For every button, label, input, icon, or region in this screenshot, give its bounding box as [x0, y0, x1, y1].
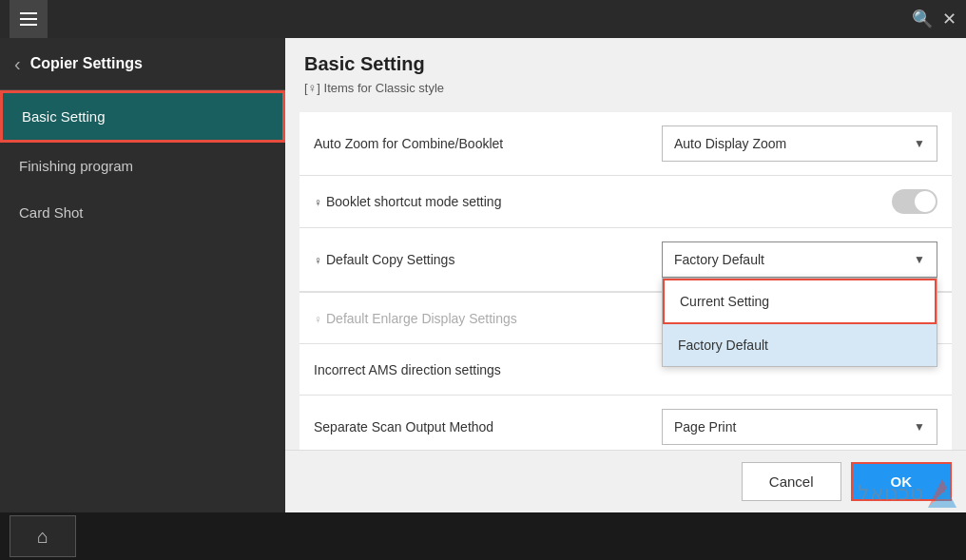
booklet-prefix: ♀ — [314, 196, 322, 209]
back-button[interactable]: ‹ — [14, 53, 21, 75]
separate-scan-dropdown[interactable]: Page Print ▼ — [662, 409, 937, 445]
separate-scan-label: Separate Scan Output Method — [314, 419, 493, 434]
top-bar: 🔍 ✕ — [0, 0, 966, 38]
setting-row-auto-zoom: Auto Zoom for Combine/Booklet Auto Displ… — [299, 112, 952, 176]
sidebar-header: ‹ Copier Settings — [0, 38, 285, 90]
sidebar: ‹ Copier Settings Basic Setting Finishin… — [0, 38, 285, 512]
default-enlarge-prefix: ♀ — [314, 313, 322, 326]
sidebar-item-finishing-program[interactable]: Finishing program — [0, 143, 285, 189]
separate-scan-value: Page Print — [674, 419, 736, 434]
setting-row-default-copy: ♀Default Copy Settings Factory Default ▼… — [299, 228, 952, 293]
sidebar-item-card-shot[interactable]: Card Shot — [0, 189, 285, 236]
main-layout: ‹ Copier Settings Basic Setting Finishin… — [0, 38, 966, 512]
content-header: Basic Setting [♀] Items for Classic styl… — [285, 38, 966, 103]
toggle-knob — [915, 191, 936, 212]
content-area: Basic Setting [♀] Items for Classic styl… — [285, 38, 966, 512]
top-bar-right: 🔍 ✕ — [912, 9, 956, 29]
setting-row-separate-scan: Separate Scan Output Method Page Print ▼ — [299, 396, 952, 450]
bottom-bar: ⌂ — [0, 512, 966, 560]
default-copy-value: Factory Default — [674, 252, 764, 267]
dropdown-option-current-setting[interactable]: Current Setting — [663, 279, 937, 324]
incorrect-ams-label: Incorrect AMS direction settings — [314, 362, 501, 377]
default-copy-label: ♀Default Copy Settings — [314, 252, 454, 267]
sidebar-item-basic-setting[interactable]: Basic Setting — [0, 90, 285, 143]
watermark-text: טכנואל — [858, 481, 923, 506]
booklet-shortcut-toggle[interactable] — [892, 189, 937, 214]
settings-list: Auto Zoom for Combine/Booklet Auto Displ… — [285, 103, 966, 450]
default-copy-dropdown-menu: Current Setting Factory Default — [662, 278, 937, 367]
close-button[interactable]: ✕ — [942, 9, 956, 29]
hamburger-button[interactable] — [10, 0, 48, 38]
top-bar-left — [10, 0, 48, 38]
default-copy-prefix: ♀ — [314, 254, 322, 267]
watermark: טכנואל — [848, 474, 966, 512]
separate-scan-dropdown-btn[interactable]: Page Print ▼ — [662, 409, 937, 445]
booklet-shortcut-label: ♀Booklet shortcut mode setting — [314, 194, 501, 209]
dropdown-option-factory-default[interactable]: Factory Default — [663, 324, 937, 366]
auto-zoom-arrow-icon: ▼ — [914, 137, 925, 150]
default-copy-dropdown-btn[interactable]: Factory Default ▼ — [662, 241, 937, 278]
search-button[interactable]: 🔍 — [912, 9, 933, 29]
setting-row-booklet-shortcut: ♀Booklet shortcut mode setting — [299, 176, 952, 228]
logo-icon — [928, 479, 956, 508]
separate-scan-arrow-icon: ▼ — [914, 420, 925, 434]
auto-zoom-value: Auto Display Zoom — [674, 136, 786, 151]
auto-zoom-dropdown[interactable]: Auto Display Zoom ▼ — [662, 126, 937, 162]
default-copy-arrow-icon: ▼ — [914, 253, 925, 266]
auto-zoom-dropdown-btn[interactable]: Auto Display Zoom ▼ — [662, 126, 937, 162]
page-title: Basic Setting — [304, 53, 947, 75]
content-subtitle: [♀] Items for Classic style — [304, 81, 947, 95]
cancel-button[interactable]: Cancel — [742, 462, 841, 501]
sidebar-title: Copier Settings — [30, 55, 143, 72]
default-enlarge-label: ♀Default Enlarge Display Settings — [314, 311, 517, 326]
default-copy-dropdown[interactable]: Factory Default ▼ Current Setting Factor… — [662, 241, 937, 278]
auto-zoom-label: Auto Zoom for Combine/Booklet — [314, 136, 503, 151]
home-button[interactable]: ⌂ — [10, 515, 76, 557]
